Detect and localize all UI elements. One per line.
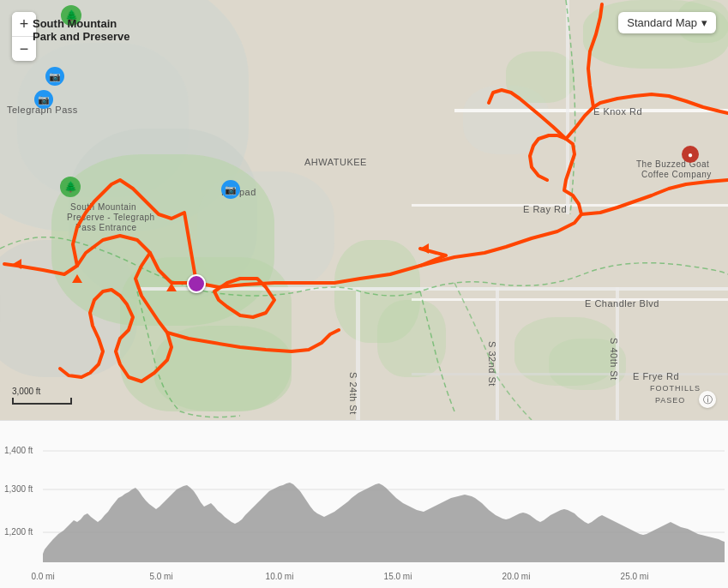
svg-marker-3 [420,243,429,254]
start-marker[interactable] [187,274,206,293]
chevron-down-icon: ▾ [701,16,707,29]
info-button[interactable]: ⓘ [699,391,716,408]
svg-text:20.0 mi: 20.0 mi [502,572,531,581]
camera-icon: 📷 [34,90,53,109]
zoom-out-button[interactable]: − [12,37,36,61]
tree-icon: 🌲 [61,5,81,26]
zoom-controls[interactable]: + − [12,12,36,61]
zoom-in-button[interactable]: + [12,12,36,36]
scale-bar: 3,000 ft [12,387,72,405]
camera-marker-1[interactable]: 📷 [45,67,64,86]
svg-text:1,200 ft: 1,200 ft [4,527,33,537]
camera-icon: 📷 [45,67,64,86]
red-poi-marker[interactable]: ● [682,146,699,163]
elevation-svg: 1,400 ft 1,300 ft 1,200 ft 0.0 mi 5.0 mi… [0,421,728,588]
park-marker-2[interactable]: 🌲 [60,177,81,197]
svg-text:0.0 mi: 0.0 mi [31,572,54,581]
camera-marker-3[interactable]: 📷 [221,180,240,199]
svg-text:15.0 mi: 15.0 mi [384,572,412,581]
svg-marker-0 [13,259,21,269]
route-overlay [0,0,728,420]
scale-bar-line [12,398,72,405]
elevation-chart-container: 1,400 ft 1,300 ft 1,200 ft 0.0 mi 5.0 mi… [0,420,728,588]
svg-text:10.0 mi: 10.0 mi [266,572,294,581]
restaurant-icon: ● [682,146,699,163]
map-type-selector[interactable]: Standard Map ▾ [618,12,716,33]
camera-icon: 📷 [221,180,240,199]
svg-text:25.0 mi: 25.0 mi [621,572,649,581]
svg-marker-1 [72,274,82,283]
camera-marker-2[interactable]: 📷 [34,90,53,109]
map-view[interactable]: South Mountain Park and Preserve + − Sta… [0,0,728,420]
svg-text:5.0 mi: 5.0 mi [149,572,172,581]
map-type-label: Standard Map [627,16,697,29]
park-marker-1[interactable]: 🌲 [61,5,81,26]
tree-icon: 🌲 [60,177,81,197]
svg-text:1,300 ft: 1,300 ft [4,484,33,494]
svg-text:1,400 ft: 1,400 ft [4,446,33,455]
